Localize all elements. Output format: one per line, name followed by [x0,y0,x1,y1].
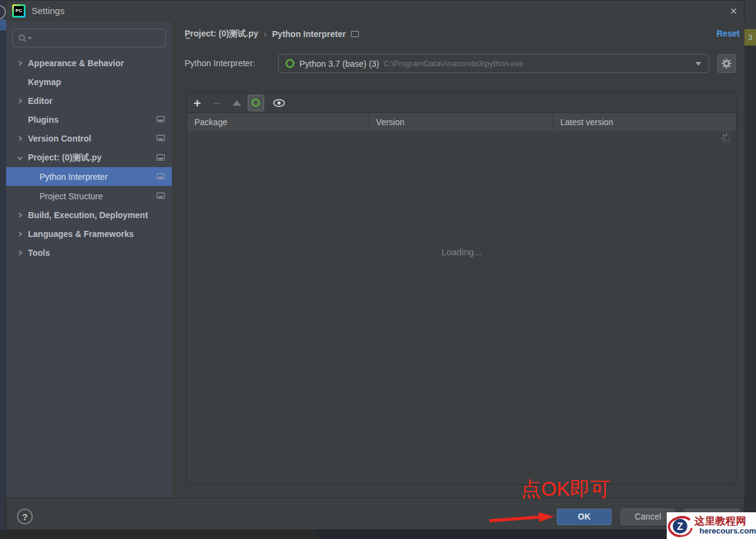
monitor-icon [351,31,359,37]
upgrade-package-button[interactable] [230,93,243,113]
chevron-right-icon [17,231,23,237]
sidebar-item-label: Editor [28,96,52,106]
sidebar-item-languages-frameworks[interactable]: Languages & Frameworks [6,224,172,243]
search-input[interactable] [32,33,147,43]
sidebar-item-version-control[interactable]: Version Control [6,129,172,148]
column-header-latest-version[interactable]: Latest version [553,113,736,131]
loading-text: Loading... [187,247,736,257]
chevron-right-icon [17,136,23,142]
underlying-window-left-edge [0,0,6,539]
help-button[interactable]: ? [17,509,33,524]
watermark-site-domain: herecours.com [700,527,756,535]
sidebar-item-label: Appearance & Behavior [28,58,124,68]
dialog-title: Settings [32,5,64,16]
combo-dropdown-arrow-icon[interactable] [695,62,701,66]
sidebar-item-label: Project Structure [39,191,103,201]
eye-icon [273,98,285,108]
chevron-right-icon [17,60,23,66]
column-header-package[interactable]: Package [187,113,369,131]
pycharm-logo-icon: PC [12,4,26,18]
monitor-icon [157,116,165,122]
bottom-edge-segment [0,530,316,539]
watermark-logo-icon: Z [667,512,693,539]
sidebar-item-label: Python Interpreter [39,172,107,182]
sidebar-item-label: Build, Execution, Deployment [28,210,148,220]
packages-header-row: Package Version Latest version [187,113,736,131]
remove-package-button[interactable]: − [210,93,223,113]
watermark-site-name: 这里教程网 [695,516,746,527]
packages-body: Loading... [187,131,736,484]
search-icon [18,34,27,43]
reset-link[interactable]: Reset [717,29,740,38]
underlying-selection-sliver [0,19,6,30]
settings-search-field[interactable] [12,29,166,47]
column-header-version[interactable]: Version [369,113,553,131]
footer-separator [6,498,744,498]
chevron-right-icon [17,212,23,218]
sidebar-item-python-interpreter[interactable]: Python Interpreter [6,167,172,186]
chevron-right-icon [17,250,23,256]
notification-badge: 3 [744,29,756,46]
add-package-button[interactable]: + [191,93,204,113]
sidebar-item-label: Languages & Frameworks [28,229,134,239]
breadcrumb-separator: › [264,29,267,39]
breadcrumb-page: Python Interpreter [272,29,346,39]
loading-spinner-icon [721,133,731,143]
conda-mode-toggle-button[interactable] [248,95,264,111]
breadcrumb: Project: (0)测试.py › Python Interpreter [185,29,359,39]
annotation-arrow [488,510,556,525]
sidebar-item-project-structure[interactable]: Project Structure [6,187,172,205]
interpreter-value: Python 3.7 (base) (3) [299,59,380,69]
sidebar-item-label: Keymap [28,77,61,87]
partial-circle-icon [0,5,6,19]
monitor-icon [157,173,165,179]
sidebar-item-appearance-behavior[interactable]: Appearance & Behavior [6,53,172,72]
sidebar-item-label: Project: (0)测试.py [28,153,101,163]
close-icon[interactable]: × [725,2,742,19]
settings-sidebar: Appearance & Behavior Keymap Editor Plug… [6,22,172,498]
screenshot-root: 3 PC Settings × Appearance & Behavior Ke… [0,0,756,539]
conda-env-icon [285,58,295,69]
monitor-icon [157,154,165,160]
sidebar-item-label: Plugins [28,115,59,125]
sidebar-item-tools[interactable]: Tools [6,243,172,262]
sidebar-item-keymap[interactable]: Keymap [6,72,172,91]
chevron-down-icon [17,155,23,161]
gear-icon [721,58,732,69]
ok-button[interactable]: OK [557,509,611,525]
breadcrumb-project: Project: (0)测试.py [185,29,258,39]
watermark: Z 这里教程网 herecours.com [667,512,756,539]
monitor-icon [157,135,165,141]
annotation-text: 点OK即可 [521,476,610,503]
sidebar-item-label: Tools [28,248,50,258]
chevron-right-icon [17,98,23,104]
interpreter-combobox[interactable]: Python 3.7 (base) (3) C:\ProgramData\Ana… [278,54,709,73]
sidebar-item-editor[interactable]: Editor [6,91,172,110]
interpreter-path: C:\ProgramData\Anaconda3\python.exe [384,59,524,68]
upgrade-arrow-icon [233,100,241,106]
watermark-logo-letter: Z [677,521,683,532]
show-early-releases-button[interactable] [271,93,287,113]
underlying-window-right-edge: 3 [744,0,756,539]
monitor-icon [157,193,165,199]
packages-table: + − Package Version Latest version Loadi… [186,92,737,485]
conda-icon [251,98,261,108]
interpreter-label: Python Interpreter: [185,58,255,68]
underlying-window-bottom-edge [0,530,756,539]
sidebar-item-label: Version Control [28,134,91,143]
underlying-toolbar-sliver [744,0,756,29]
sidebar-item-plugins[interactable]: Plugins [6,110,172,129]
packages-toolbar: + − [187,93,736,113]
sidebar-item-build-execution-deployment[interactable]: Build, Execution, Deployment [6,205,172,224]
sidebar-item-project[interactable]: Project: (0)测试.py [6,148,172,167]
interpreter-settings-button[interactable] [717,54,736,73]
